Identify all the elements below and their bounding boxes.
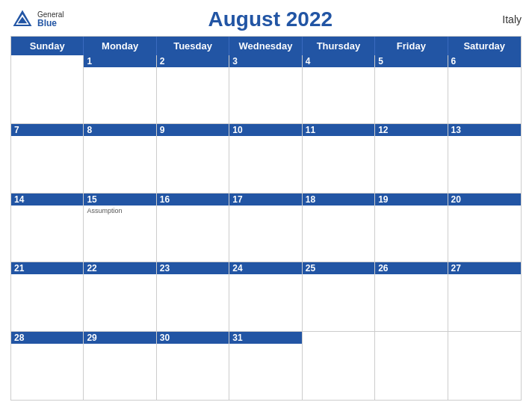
cell-w2-wed: 10 [229,124,302,192]
cell-w1-fri: 5 [375,55,448,123]
cell-w5-thu [303,332,375,400]
day-7: 7 [11,124,83,136]
day-19: 19 [375,194,447,206]
day-21: 21 [11,262,83,274]
day-16: 16 [157,194,229,206]
cell-w2-fri: 12 [375,124,448,192]
holiday-assumption: Assumption [87,207,152,214]
cell-w1-thu: 4 [303,55,375,123]
cell-w4-sat: 27 [448,262,521,330]
week-4: 21 22 23 24 25 26 27 [11,262,521,331]
day-8: 8 [84,124,155,136]
cell-w4-sun: 21 [11,262,84,330]
cell-w4-tue: 23 [157,262,229,330]
day-11: 11 [303,124,374,136]
header-thursday: Thursday [303,37,375,55]
cell-w4-wed: 24 [229,262,302,330]
header-wednesday: Wednesday [229,37,302,55]
cell-w5-fri [375,332,448,400]
day-12: 12 [375,124,447,136]
day-5: 5 [375,55,447,67]
cell-w1-wed: 3 [229,55,302,123]
page-header: General Blue August 2022 Italy [10,7,522,31]
day-13: 13 [448,124,521,136]
day-22: 22 [84,262,155,274]
header-saturday: Saturday [448,37,521,55]
day-9: 9 [157,124,229,136]
cell-w5-wed: 31 [229,332,302,400]
day-26: 26 [375,262,447,274]
logo-icon [10,7,34,31]
day-3: 3 [229,55,301,67]
logo-text: General Blue [37,10,64,28]
cell-w1-tue: 2 [157,55,229,123]
day-2: 2 [157,55,229,67]
header-tuesday: Tuesday [157,37,229,55]
calendar-body: 1 2 3 4 5 6 7 8 9 10 11 12 13 14 [11,55,521,400]
week-3: 14 15 Assumption 16 17 18 19 20 [11,194,521,262]
cell-w2-sun: 7 [11,124,84,192]
day-31: 31 [229,332,301,344]
day-23: 23 [157,262,229,274]
day-28: 28 [11,332,83,344]
calendar-page: General Blue August 2022 Italy Sunday Mo… [0,0,532,411]
logo-blue-text: Blue [37,19,64,28]
week-1: 1 2 3 4 5 6 [11,55,521,124]
week-5: 28 29 30 31 [11,332,521,400]
day-18: 18 [303,194,374,206]
day-1: 1 [84,55,155,67]
day-17: 17 [229,194,301,206]
cell-w4-thu: 25 [303,262,375,330]
logo: General Blue [10,7,64,31]
cell-w1-mon: 1 [84,55,156,123]
day-6: 6 [448,55,521,67]
cell-w2-thu: 11 [303,124,375,192]
cell-w4-mon: 22 [84,262,156,330]
day-29: 29 [84,332,155,344]
cell-w5-sat [448,332,521,400]
header-sunday: Sunday [11,37,84,55]
header-monday: Monday [84,37,156,55]
week-2: 7 8 9 10 11 12 13 [11,124,521,193]
day-30: 30 [157,332,229,344]
cell-w3-sun: 14 [11,194,84,262]
cell-w2-tue: 9 [157,124,229,192]
cell-w4-fri: 26 [375,262,448,330]
day-4: 4 [303,55,374,67]
cell-w5-tue: 30 [157,332,229,400]
calendar: Sunday Monday Tuesday Wednesday Thursday… [10,36,522,401]
month-title: August 2022 [64,7,477,31]
cell-w2-sat: 13 [448,124,521,192]
cell-w3-thu: 18 [303,194,375,262]
cell-w3-wed: 17 [229,194,302,262]
country-label: Italy [477,13,522,25]
day-24: 24 [229,262,301,274]
cell-w3-fri: 19 [375,194,448,262]
cell-w3-tue: 16 [157,194,229,262]
header-friday: Friday [375,37,448,55]
day-20: 20 [448,194,521,206]
cell-w5-mon: 29 [84,332,156,400]
day-25: 25 [303,262,374,274]
cell-w1-sun [11,55,84,123]
cell-w3-mon: 15 Assumption [84,194,156,262]
day-14: 14 [11,194,83,206]
day-27: 27 [448,262,521,274]
cell-w3-sat: 20 [448,194,521,262]
day-15: 15 [84,194,155,206]
cell-w1-sat: 6 [448,55,521,123]
cell-w5-sun: 28 [11,332,84,400]
cell-w2-mon: 8 [84,124,156,192]
calendar-header-row: Sunday Monday Tuesday Wednesday Thursday… [11,37,521,55]
day-10: 10 [229,124,301,136]
